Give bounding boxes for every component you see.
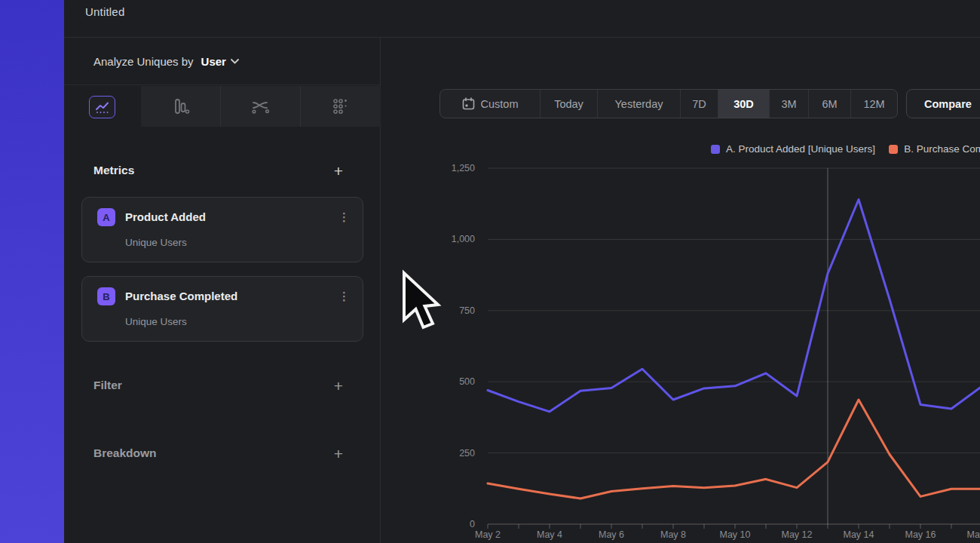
kebab-menu-icon[interactable]: ⋮ (338, 288, 349, 305)
metrics-header: Metrics (93, 164, 134, 177)
breakdown-header: Breakdown (93, 446, 157, 460)
range-label: 30D (733, 98, 754, 110)
date-range-selector: Custom Today Yesterday 7D 30D 3M 6M 12M (439, 89, 898, 118)
tab-line-chart[interactable] (89, 96, 115, 118)
page-title: Untitled (85, 5, 124, 18)
flows-icon (251, 99, 271, 114)
compare-button[interactable]: Compare (906, 89, 980, 118)
tab-retention[interactable] (301, 86, 381, 127)
retention-dots-icon (332, 98, 349, 115)
calendar-icon (462, 97, 475, 110)
legend-label: A. Product Added [Unique Users] (726, 143, 875, 155)
top-bar: Untitled (64, 0, 980, 38)
metric-card-a[interactable]: A Product Added ⋮ Unique Users (81, 197, 363, 262)
kebab-menu-icon[interactable]: ⋮ (338, 209, 349, 225)
range-yesterday-button[interactable]: Yesterday (597, 90, 680, 118)
decorative-gradient-strip (0, 0, 64, 543)
range-label: Today (554, 98, 583, 110)
range-7d-button[interactable]: 7D (680, 90, 718, 118)
sidebar: Analyze Uniques by User (64, 38, 381, 543)
range-custom-button[interactable]: Custom (440, 90, 540, 118)
legend-label: B. Purchase Completed [Unique Users] (904, 143, 980, 155)
analyze-row: Analyze Uniques by User (64, 38, 380, 85)
add-breakdown-button[interactable]: + (329, 446, 348, 462)
line-chart-icon (95, 101, 109, 114)
range-30d-button[interactable]: 30D (718, 90, 769, 118)
add-metric-button[interactable]: + (329, 164, 348, 179)
tab-bar-chart[interactable] (141, 86, 221, 127)
bar-chart-icon (172, 98, 190, 115)
range-label: 12M (863, 98, 884, 110)
metric-title: Purchase Completed (125, 290, 237, 302)
range-label: 6M (822, 98, 837, 110)
range-6m-button[interactable]: 6M (808, 90, 850, 118)
metric-title: Product Added (125, 210, 206, 223)
filter-header: Filter (93, 379, 122, 392)
legend-item-b: B. Purchase Completed [Unique Users] (889, 143, 980, 155)
range-12m-button[interactable]: 12M (850, 90, 897, 118)
metric-subtitle: Unique Users (125, 316, 187, 327)
tab-flows[interactable] (221, 86, 301, 127)
range-today-button[interactable]: Today (540, 90, 597, 118)
range-label: 3M (781, 98, 796, 110)
metric-card-b[interactable]: B Purchase Completed ⋮ Unique Users (81, 276, 363, 342)
metric-badge-b: B (97, 287, 115, 305)
metric-badge-a: A (97, 208, 115, 226)
add-filter-button[interactable]: + (329, 379, 348, 394)
legend-swatch-orange (889, 145, 898, 154)
range-3m-button[interactable]: 3M (769, 90, 808, 118)
legend-item-a: A. Product Added [Unique Users] (711, 143, 875, 155)
chevron-down-icon (231, 59, 239, 64)
chart-legend: A. Product Added [Unique Users] B. Purch… (711, 143, 980, 155)
range-label: Yesterday (615, 98, 663, 110)
legend-swatch-purple (711, 145, 720, 154)
chart-panel: Custom Today Yesterday 7D 30D 3M 6M 12M … (381, 38, 980, 543)
metric-subtitle: Unique Users (125, 237, 187, 248)
range-label: 7D (692, 98, 706, 110)
analyze-by-value: User (201, 55, 226, 68)
analyze-label: Analyze Uniques by (93, 55, 194, 68)
range-label: Custom (481, 98, 519, 110)
analyze-by-dropdown[interactable]: User (201, 55, 239, 68)
